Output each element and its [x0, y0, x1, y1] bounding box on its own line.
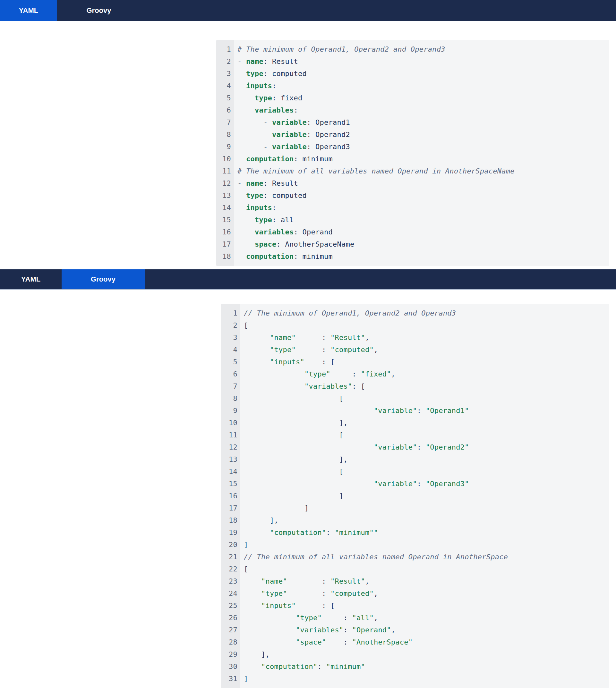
code-segment: - — [237, 118, 272, 126]
code-segment: "name" — [270, 333, 296, 342]
code-segment — [237, 82, 246, 90]
tab-groovy[interactable]: Groovy — [62, 269, 145, 289]
line-number: 12 — [216, 177, 231, 190]
code-line: - name: Result — [237, 177, 609, 190]
code-segment: [ — [244, 468, 343, 476]
code-segment: [ — [244, 321, 248, 329]
line-number: 3 — [221, 331, 237, 344]
line-number: 28 — [221, 636, 237, 648]
tab-yaml[interactable]: YAML — [0, 269, 62, 289]
line-number: 11 — [221, 429, 237, 441]
code-line: ], — [244, 453, 609, 466]
tab-label: Groovy — [86, 6, 111, 15]
code-segment — [244, 614, 296, 622]
code-segment — [237, 240, 255, 248]
line-number: 2 — [216, 56, 231, 68]
line-number: 13 — [221, 453, 237, 466]
code-segment: // The minimum of Operand1, Operand2 and… — [244, 309, 456, 317]
code-segment: "type" — [296, 614, 322, 622]
line-number: 17 — [221, 502, 237, 514]
language-tabbar-bottom: YAMLGroovy — [0, 269, 616, 290]
line-number: 19 — [221, 526, 237, 539]
code-line: - variable: Operand1 — [237, 116, 609, 129]
code-segment — [244, 480, 374, 488]
code-segment: : [ — [352, 382, 365, 390]
code-segment — [244, 443, 374, 451]
code-segment: "inputs" — [270, 358, 304, 366]
code-line: "variable": "Operand1" — [244, 405, 609, 417]
code-segment — [237, 191, 246, 199]
tab-label: YAML — [19, 6, 38, 15]
code-segment: "computed" — [331, 589, 374, 598]
code-segment: : — [296, 346, 331, 354]
line-number: 14 — [216, 202, 231, 214]
code-segment: "type" — [304, 370, 331, 378]
code-segment: space — [255, 240, 276, 248]
code-segment — [244, 626, 296, 634]
code-segment: : — [417, 480, 426, 488]
line-number: 26 — [221, 612, 237, 624]
code-segment: computation — [246, 252, 294, 260]
code-segment: "type" — [261, 589, 287, 598]
code-segment: "Operand3" — [426, 480, 469, 488]
line-number: 15 — [216, 214, 231, 226]
line-number: 25 — [221, 600, 237, 612]
code-line: "variable": "Operand2" — [244, 441, 609, 453]
code-segment: - — [237, 130, 272, 138]
language-tabbar-top: YAMLGroovy — [0, 0, 616, 21]
code-segment: , — [374, 589, 378, 598]
code-segment: , — [365, 577, 369, 585]
code-segment: - — [237, 143, 272, 151]
line-number: 3 — [216, 68, 231, 80]
code-line: - variable: Operand2 — [237, 129, 609, 141]
code-line: "computation": "minimum" — [244, 661, 609, 673]
code-line: ], — [244, 417, 609, 429]
line-number: 20 — [221, 539, 237, 551]
code-segment — [237, 94, 255, 102]
code-line: "type" : "all", — [244, 612, 609, 624]
line-number: 15 — [221, 478, 237, 490]
code-line: type: computed — [237, 68, 609, 80]
code-segment — [244, 589, 261, 598]
code-segment: "name" — [261, 577, 287, 585]
code-segment: variable — [272, 143, 307, 151]
code-segment: "Operand1" — [426, 407, 469, 415]
code-segment: // The minimum of all variables named Op… — [244, 553, 508, 561]
code-segment: ] — [244, 492, 343, 500]
line-number: 1 — [221, 307, 237, 319]
code-segment: : all — [272, 216, 294, 224]
code-segment — [244, 577, 261, 585]
code-segment: name — [246, 58, 263, 65]
line-number: 10 — [221, 417, 237, 429]
line-number: 6 — [216, 104, 231, 116]
code-line: variables: Operand — [237, 226, 609, 238]
line-number: 5 — [221, 356, 237, 368]
code-segment: "variable" — [374, 443, 417, 451]
line-number: 4 — [221, 344, 237, 356]
code-segment: : [ — [304, 358, 335, 366]
line-number: 2 — [221, 319, 237, 331]
line-number: 7 — [216, 116, 231, 129]
code-segment — [237, 216, 255, 224]
tab-groovy[interactable]: Groovy — [57, 0, 141, 21]
code-segment: # The minimum of Operand1, Operand2 and … — [237, 45, 445, 53]
code-segment — [244, 407, 374, 415]
code-segment: "variables" — [296, 626, 343, 634]
line-number: 10 — [216, 153, 231, 165]
code-segment: "variables" — [304, 382, 352, 390]
yaml-line-number-gutter: 123456789101112131415161718 — [216, 40, 234, 266]
code-segment: : — [287, 577, 331, 585]
code-segment: ] — [244, 504, 309, 512]
tab-label: YAML — [21, 275, 40, 283]
code-segment: computation — [246, 155, 294, 163]
code-line: inputs: — [237, 80, 609, 92]
line-number: 22 — [221, 563, 237, 575]
code-line: computation: minimum — [237, 251, 609, 263]
code-segment: variable — [272, 118, 307, 126]
code-segment: , — [374, 346, 378, 354]
code-line: "name" : "Result", — [244, 331, 609, 344]
code-segment — [244, 663, 261, 671]
tab-yaml[interactable]: YAML — [0, 0, 57, 21]
code-segment: : Operand1 — [307, 118, 350, 126]
code-line: // The minimum of Operand1, Operand2 and… — [244, 307, 609, 319]
